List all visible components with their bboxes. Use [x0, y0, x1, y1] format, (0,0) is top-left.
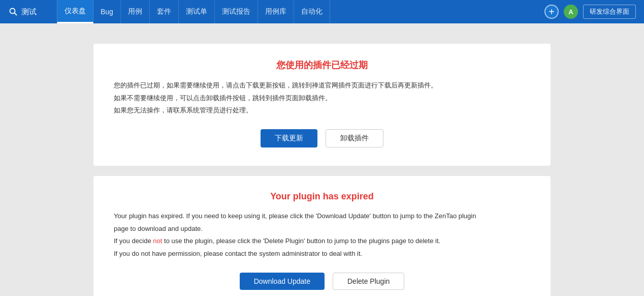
research-button[interactable]: 研发综合界面 [583, 5, 636, 19]
svg-line-1 [15, 13, 17, 15]
tab-dashboard[interactable]: 仪表盘 [57, 0, 93, 23]
main-content: 您使用的插件已经过期 您的插件已过期，如果需要继续使用，请点击下载更新按钮，跳转… [0, 23, 644, 296]
cn-body: 您的插件已过期，如果需要继续使用，请点击下载更新按钮，跳转到禅道官网插件页面进行… [114, 79, 530, 117]
add-button[interactable]: + [544, 5, 559, 19]
en-body-line3: If you do not have permission, please co… [114, 248, 530, 260]
cn-title: 您使用的插件已经过期 [114, 59, 530, 71]
en-btn-row: Download Update Delete Plugin [114, 273, 530, 290]
en-delete-plugin-button[interactable]: Delete Plugin [333, 273, 404, 290]
navbar: 测试 仪表盘 Bug 用例 套件 测试单 测试报告 用例库 自动化 + A 研发… [0, 0, 644, 23]
tab-lib[interactable]: 用例库 [258, 0, 294, 23]
app-brand-label: 测试 [21, 7, 37, 17]
tab-task[interactable]: 测试单 [179, 0, 215, 23]
en-title: Your plugin has expired [114, 191, 530, 202]
cn-section: 您使用的插件已经过期 您的插件已过期，如果需要继续使用，请点击下载更新按钮，跳转… [93, 44, 551, 166]
cn-btn-row: 下载更新 卸载插件 [114, 129, 530, 147]
tab-auto[interactable]: 自动化 [294, 0, 330, 23]
cn-body-line1: 您的插件已过期，如果需要继续使用，请点击下载更新按钮，跳转到禅道官网插件页面进行… [114, 79, 530, 92]
tab-report[interactable]: 测试报告 [215, 0, 258, 23]
en-download-update-button[interactable]: Download Update [240, 273, 325, 290]
cn-body-line2: 如果不需要继续使用，可以点击卸载插件按钮，跳转到插件页面卸载插件。 [114, 92, 530, 105]
nav-tabs: 仪表盘 Bug 用例 套件 测试单 测试报告 用例库 自动化 [57, 0, 544, 23]
en-body-line2: If you decide not to use the plugin, ple… [114, 235, 530, 248]
en-section: Your plugin has expired Your plugin has … [93, 176, 551, 296]
cn-uninstall-plugin-button[interactable]: 卸载插件 [326, 129, 383, 147]
en-body-line1b: page to download and update. [114, 223, 530, 235]
tab-suite[interactable]: 套件 [150, 0, 179, 23]
tab-case[interactable]: 用例 [121, 0, 150, 23]
en-body-line1: Your plugin has expired. If you need to … [114, 210, 530, 223]
cn-download-update-button[interactable]: 下载更新 [261, 129, 317, 147]
nav-right: + A 研发综合界面 [544, 5, 636, 19]
avatar-button[interactable]: A [564, 5, 578, 19]
app-brand[interactable]: 测试 [8, 7, 37, 17]
en-body: Your plugin has expired. If you need to … [114, 210, 530, 260]
tab-bug[interactable]: Bug [93, 0, 121, 23]
cn-body-line3: 如果您无法操作，请联系系统管理员进行处理。 [114, 104, 530, 117]
search-icon [8, 7, 18, 17]
